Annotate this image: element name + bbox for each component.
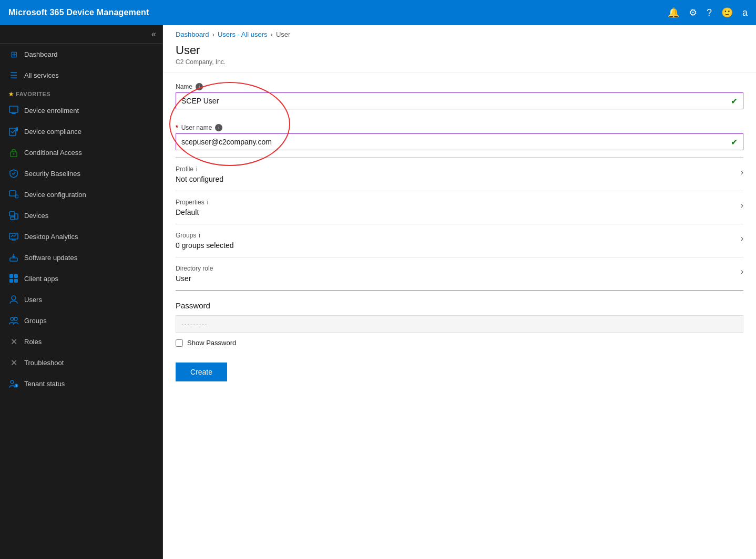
name-info-icon[interactable]: i (196, 83, 203, 90)
sidebar-item-dashboard[interactable]: ⊞ Dashboard (0, 44, 162, 65)
svg-rect-3 (16, 127, 18, 131)
username-check-icon: ✔ (726, 137, 743, 147)
security-baselines-icon (8, 168, 19, 179)
sidebar-label-users: Users (24, 296, 42, 304)
show-password-row[interactable]: Show Password (176, 339, 743, 347)
device-enrollment-icon (8, 105, 19, 116)
face-icon[interactable]: 🙂 (721, 7, 733, 18)
name-check-icon: ✔ (726, 96, 743, 106)
create-button[interactable]: Create (176, 363, 227, 381)
help-icon[interactable]: ? (707, 7, 712, 18)
svg-rect-14 (9, 274, 13, 278)
sidebar-label-devices: Devices (24, 212, 48, 220)
sidebar-label-desktop-analytics: Desktop Analytics (24, 233, 78, 241)
groups-section[interactable]: Groups i 0 groups selected › (176, 224, 743, 257)
directory-role-value: User (176, 274, 213, 283)
name-field: Name i ✔ (176, 83, 743, 117)
groups-value: 0 groups selected (176, 241, 234, 250)
sidebar-label-device-configuration: Device configuration (24, 191, 86, 199)
name-label: Name i (176, 83, 743, 90)
svg-point-21 (11, 380, 14, 384)
svg-point-5 (13, 153, 15, 155)
name-input[interactable] (176, 93, 726, 109)
favorites-star-icon: ★ (8, 91, 14, 97)
svg-rect-2 (9, 128, 16, 136)
sidebar-label-conditional-access: Conditional Access (24, 149, 82, 157)
password-input-wrap: ········· (176, 315, 743, 333)
sidebar-item-devices[interactable]: Devices (0, 205, 162, 226)
properties-chevron-icon: › (741, 201, 743, 210)
groups-info-icon[interactable]: i (199, 232, 200, 239)
svg-rect-6 (9, 191, 16, 196)
collapse-arrow-icon[interactable]: « (151, 29, 156, 39)
sidebar-item-users[interactable]: Users (0, 289, 162, 310)
svg-rect-10 (15, 214, 18, 219)
desktop-analytics-icon (8, 231, 19, 242)
sidebar-label-dashboard: Dashboard (24, 50, 58, 58)
svg-rect-16 (9, 279, 13, 283)
username-input-row: ✔ (176, 133, 743, 150)
collapse-icon[interactable]: a (742, 7, 748, 18)
sidebar-item-client-apps[interactable]: Client apps (0, 268, 162, 289)
show-password-checkbox[interactable] (176, 339, 183, 347)
username-label: * User name i (176, 124, 743, 131)
sidebar-label-security-baselines: Security Baselines (24, 170, 80, 178)
properties-info-icon[interactable]: i (207, 199, 209, 206)
sidebar-item-roles[interactable]: ✕ Roles (0, 331, 162, 352)
profile-info-icon[interactable]: i (196, 165, 198, 173)
show-password-label[interactable]: Show Password (187, 339, 236, 347)
name-input-row: ✔ (176, 92, 743, 109)
profile-value: Not configured (176, 175, 223, 183)
sidebar-label-device-compliance: Device compliance (24, 128, 81, 136)
username-info-icon[interactable]: i (215, 124, 222, 131)
sidebar-item-conditional-access[interactable]: Conditional Access (0, 142, 162, 163)
topbar: Microsoft 365 Device Management 🔔 ⚙ ? 🙂 … (0, 0, 756, 25)
device-compliance-icon (8, 126, 19, 137)
sidebar-item-groups[interactable]: Groups (0, 310, 162, 331)
sidebar-item-tenant-status[interactable]: ! Tenant status (0, 373, 162, 394)
sidebar-label-client-apps: Client apps (24, 275, 58, 283)
profile-section[interactable]: Profile i Not configured › (176, 158, 743, 191)
profile-label: Profile (176, 165, 193, 173)
sidebar-label-allservices: All services (24, 71, 59, 79)
troubleshoot-icon: ✕ (8, 357, 19, 368)
username-input[interactable] (176, 134, 726, 150)
properties-label: Properties (176, 199, 205, 206)
password-dots: ········· (181, 320, 208, 328)
svg-rect-15 (14, 274, 18, 278)
settings-icon[interactable]: ⚙ (689, 7, 697, 18)
sidebar-label-device-enrollment: Device enrollment (24, 107, 79, 115)
svg-rect-13 (10, 258, 17, 261)
sidebar-item-security-baselines[interactable]: Security Baselines (0, 163, 162, 184)
allservices-icon: ☰ (8, 70, 19, 80)
sidebar-item-software-updates[interactable]: Software updates (0, 247, 162, 268)
svg-rect-17 (14, 279, 18, 283)
properties-section[interactable]: Properties i Default › (176, 191, 743, 224)
groups-label: Groups (176, 232, 196, 239)
page-title: User (176, 44, 743, 57)
sidebar-label-software-updates: Software updates (24, 254, 77, 262)
sidebar-item-desktop-analytics[interactable]: Desktop Analytics (0, 226, 162, 247)
sidebar-item-troubleshoot[interactable]: ✕ Troubleshoot (0, 352, 162, 373)
form-content: Name i ✔ * User name i ✔ (163, 73, 756, 559)
directory-role-section[interactable]: Directory role User › (176, 257, 743, 291)
directory-role-chevron-icon: › (741, 267, 743, 276)
sidebar-item-device-compliance[interactable]: Device compliance (0, 121, 162, 142)
breadcrumb-users-all[interactable]: Users - All users (218, 30, 268, 38)
username-field: * User name i ✔ (176, 117, 743, 158)
svg-point-18 (12, 296, 16, 300)
svg-point-19 (11, 317, 14, 320)
sidebar-label-roles: Roles (24, 338, 42, 346)
sidebar-item-device-enrollment[interactable]: Device enrollment (0, 100, 162, 121)
svg-rect-11 (11, 217, 15, 220)
tenant-status-icon: ! (8, 378, 19, 389)
profile-chevron-icon: › (741, 168, 743, 177)
sidebar-collapse-btn[interactable]: « (0, 25, 162, 44)
sidebar-item-device-configuration[interactable]: Device configuration (0, 184, 162, 205)
bell-icon[interactable]: 🔔 (668, 7, 679, 18)
breadcrumb-dashboard[interactable]: Dashboard (176, 30, 209, 38)
software-updates-icon (8, 252, 19, 263)
groups-icon (8, 315, 19, 326)
svg-point-7 (15, 195, 18, 198)
sidebar-item-allservices[interactable]: ☰ All services (0, 65, 162, 86)
